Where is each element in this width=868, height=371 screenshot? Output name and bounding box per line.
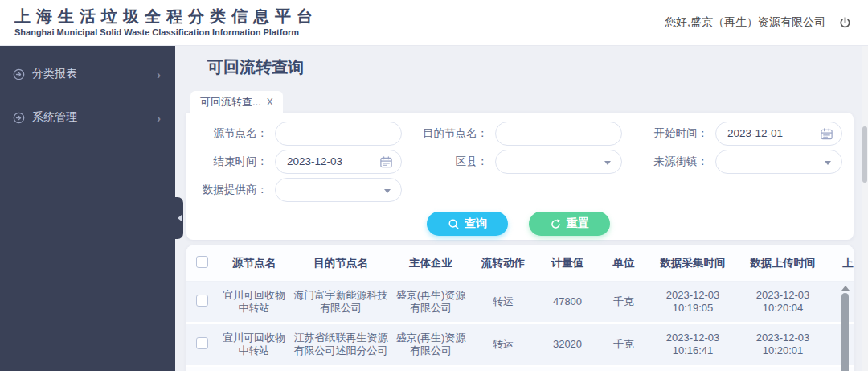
platform-logo: 上海生活垃圾全程分类信息平台 Shanghai Municipal Solid … [14, 7, 318, 37]
col-header-enterprise: 主体企业 [391, 256, 471, 270]
sidebar-item-classification-reports[interactable]: 分类报表 › [0, 59, 175, 89]
tab-label: 可回流转查... [200, 95, 261, 109]
tab-close-icon[interactable]: X [267, 97, 273, 108]
sidebar-collapse-handle[interactable] [175, 197, 183, 239]
platform-subtitle: Shanghai Municipal Solid Waste Classific… [14, 27, 318, 37]
scroll-up-icon[interactable] [841, 286, 850, 291]
dest-node-input[interactable] [496, 122, 621, 145]
end-time-input[interactable] [276, 150, 401, 173]
cell-upload-time: 2023-12-03 10:20:01 [738, 332, 828, 357]
source-node-input[interactable] [276, 122, 401, 145]
cell-source-node: 宜川可回收物中转站 [217, 332, 291, 357]
dest-node-control [495, 122, 622, 146]
platform-title: 上海生活垃圾全程分类信息平台 [14, 7, 318, 25]
field-source-town: 来源街镇： [628, 147, 849, 175]
cell-source-node: 宜川可回收物中转站 [217, 289, 291, 315]
sidebar-item-label: 分类报表 [32, 67, 157, 81]
col-header-unit: 单位 [600, 256, 648, 270]
filter-grid: 源节点名： 目的节点名： 开始时间： [188, 119, 849, 204]
row-checkbox[interactable] [196, 337, 208, 349]
user-greeting: 您好,盛京（再生）资源有限公司 [665, 15, 825, 30]
col-header-upload-time: 数据上传时间 [738, 256, 828, 270]
col-header-dest-node: 目的节点名 [291, 256, 391, 270]
table-scrollbar-thumb[interactable] [841, 293, 849, 371]
col-header-action: 流转动作 [471, 256, 535, 270]
circle-arrow-icon [13, 68, 25, 80]
cell-enterprise: 盛京(再生)资源有限公司 [391, 332, 471, 357]
field-end-time: 结束时间： [188, 147, 408, 175]
start-time-input[interactable] [716, 122, 841, 145]
col-header-truncated: 上 [828, 256, 854, 270]
select-all-checkbox[interactable] [196, 256, 208, 268]
field-source-node: 源节点名： [188, 119, 408, 147]
main-content: 可回流转查询 可回流转查... X 源节点名： 目的节点名： [175, 46, 868, 371]
cell-enterprise: 盛京(再生)资源有限公司 [391, 289, 471, 315]
field-start-time: 开始时间： [628, 119, 849, 147]
col-header-source-node: 源节点名 [217, 256, 291, 270]
table-scrollbar [841, 286, 850, 371]
cell-action: 转运 [471, 295, 535, 308]
cell-value: 32020 [535, 338, 600, 351]
field-data-provider: 数据提供商： [188, 175, 408, 204]
source-town-label: 来源街镇： [628, 155, 715, 169]
reset-button[interactable]: 重置 [529, 212, 610, 236]
field-district: 区县： [408, 147, 628, 175]
app-window: 上海生活垃圾全程分类信息平台 Shanghai Municipal Solid … [0, 0, 868, 371]
cell-collect-time: 2023-12-03 10:19:05 [648, 289, 738, 315]
reset-icon [550, 218, 562, 230]
collapse-left-icon [178, 215, 182, 221]
table-header-row: 源节点名 目的节点名 主体企业 流转动作 计量值 单位 数据采集时间 数据上传时… [186, 245, 854, 282]
start-time-control [715, 122, 842, 146]
circle-arrow-icon [13, 112, 25, 124]
logout-power-icon[interactable] [838, 16, 852, 30]
source-node-control [275, 122, 402, 146]
top-bar: 上海生活垃圾全程分类信息平台 Shanghai Municipal Solid … [0, 0, 868, 46]
cell-dest-node: 海门富宇新能源科技有限公司 [291, 289, 391, 315]
source-town-select-value[interactable] [716, 150, 841, 173]
source-town-select[interactable] [715, 150, 842, 174]
district-select-value[interactable] [496, 150, 621, 173]
filter-actions: 查询 重置 [188, 212, 849, 236]
field-dest-node: 目的节点名： [408, 119, 628, 147]
filter-panel: 源节点名： 目的节点名： 开始时间： [186, 113, 854, 240]
data-provider-select[interactable] [275, 178, 402, 202]
data-provider-select-value[interactable] [276, 179, 401, 201]
sidebar-item-label: 系统管理 [32, 110, 157, 125]
search-icon [448, 218, 460, 230]
cell-value: 47800 [535, 295, 600, 308]
cell-unit: 千克 [600, 338, 648, 351]
user-block: 您好,盛京（再生）资源有限公司 [665, 15, 852, 30]
data-provider-label: 数据提供商： [188, 183, 275, 197]
cell-dest-node: 江苏省纸联再生资源有限公司述阳分公司 [291, 332, 391, 357]
select-all-cell [186, 256, 217, 270]
cell-upload-time: 2023-12-03 10:20:04 [738, 289, 828, 315]
reset-button-label: 重置 [567, 216, 589, 231]
dest-node-label: 目的节点名： [408, 126, 495, 141]
chevron-right-icon: › [157, 68, 161, 81]
cell-action: 转运 [471, 338, 535, 351]
district-select[interactable] [495, 150, 622, 174]
sidebar: 分类报表 › 系统管理 › [0, 46, 175, 371]
row-checkbox-cell [186, 295, 217, 310]
row-checkbox[interactable] [196, 295, 208, 307]
page-scrollbar [862, 46, 868, 371]
start-time-label: 开始时间： [628, 126, 715, 141]
chevron-right-icon: › [157, 111, 161, 125]
district-label: 区县： [408, 155, 495, 169]
cell-unit: 千克 [600, 295, 648, 308]
end-time-label: 结束时间： [188, 155, 275, 169]
query-button-label: 查询 [465, 216, 487, 231]
page-title: 可回流转查询 [207, 56, 304, 78]
tab-recyclable-flow-query[interactable]: 可回流转查... X [190, 91, 283, 113]
row-checkbox-cell [186, 337, 217, 352]
cell-collect-time: 2023-12-03 10:16:41 [648, 332, 738, 357]
col-header-value: 计量值 [535, 256, 600, 270]
source-node-label: 源节点名： [188, 126, 275, 141]
sidebar-item-system-management[interactable]: 系统管理 › [0, 102, 175, 133]
page-scrollbar-thumb[interactable] [862, 126, 867, 183]
results-table-panel: 源节点名 目的节点名 主体企业 流转动作 计量值 单位 数据采集时间 数据上传时… [186, 245, 854, 371]
col-header-collect-time: 数据采集时间 [648, 256, 738, 270]
query-button[interactable]: 查询 [427, 212, 508, 236]
table-row[interactable]: 宜川可回收物中转站 海门富宇新能源科技有限公司 盛京(再生)资源有限公司 转运 … [186, 282, 854, 324]
table-row[interactable]: 宜川可回收物中转站 江苏省纸联再生资源有限公司述阳分公司 盛京(再生)资源有限公… [186, 324, 854, 367]
